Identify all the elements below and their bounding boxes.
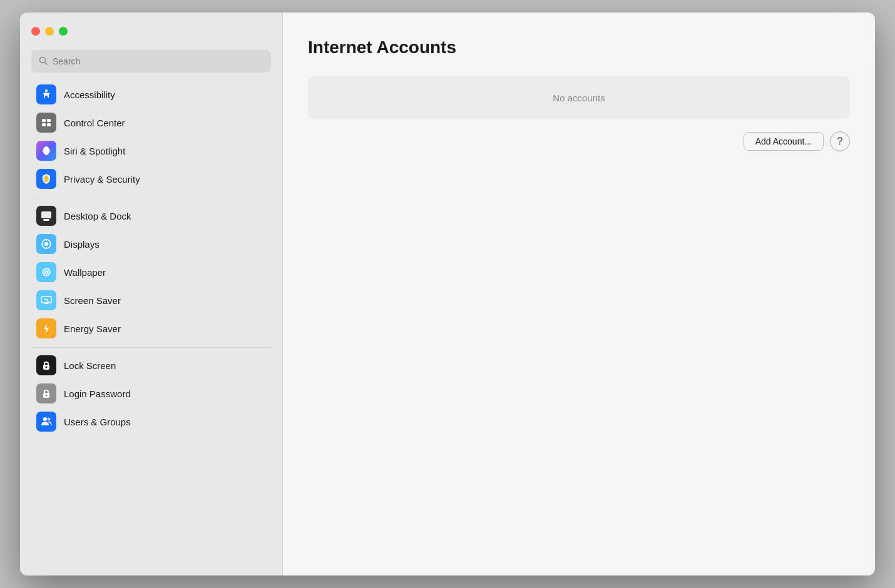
add-account-button[interactable]: Add Account... xyxy=(744,132,824,151)
minimize-button[interactable] xyxy=(45,27,54,36)
search-icon xyxy=(39,56,48,67)
svg-point-33 xyxy=(46,395,48,397)
sidebar-item-lock-screen-label: Lock Screen xyxy=(64,360,116,371)
login-password-icon xyxy=(36,383,56,403)
sidebar-item-wallpaper[interactable]: Wallpaper xyxy=(25,258,277,286)
svg-point-34 xyxy=(43,417,47,421)
svg-rect-6 xyxy=(47,123,51,126)
sidebar-item-desktop-dock-label: Desktop & Dock xyxy=(64,211,131,221)
sidebar-item-users-groups-label: Users & Groups xyxy=(64,417,131,427)
sidebar: Accessibility Control Center xyxy=(20,13,283,575)
no-accounts-box: No accounts xyxy=(308,76,850,119)
sidebar-item-users-groups[interactable]: Users & Groups xyxy=(25,408,277,435)
actions-row: Add Account... ? xyxy=(308,131,850,151)
svg-point-13 xyxy=(44,242,48,246)
sidebar-item-login-password[interactable]: Login Password xyxy=(25,380,277,407)
sidebar-item-control-center-label: Control Center xyxy=(64,118,125,128)
sidebar-item-energy-saver-label: Energy Saver xyxy=(64,323,121,334)
displays-icon xyxy=(36,234,56,254)
svg-text:✋: ✋ xyxy=(43,175,51,183)
svg-rect-10 xyxy=(41,211,51,218)
sidebar-item-siri[interactable]: Siri & Spotlight xyxy=(25,137,277,165)
screen-saver-icon xyxy=(36,290,56,310)
svg-line-27 xyxy=(44,273,46,275)
sidebar-item-login-password-label: Login Password xyxy=(64,388,131,399)
svg-point-19 xyxy=(45,271,48,273)
sidebar-section-2: Desktop & Dock Displays xyxy=(20,202,282,342)
sidebar-item-siri-label: Siri & Spotlight xyxy=(64,146,125,156)
help-button[interactable]: ? xyxy=(830,131,850,151)
sidebar-scroll: Accessibility Control Center xyxy=(20,80,282,575)
divider-2 xyxy=(31,347,271,348)
sidebar-item-displays-label: Displays xyxy=(64,239,100,250)
sidebar-item-accessibility-label: Accessibility xyxy=(64,89,115,100)
control-center-icon xyxy=(36,113,56,133)
energy-saver-icon xyxy=(36,318,56,338)
svg-point-31 xyxy=(46,367,48,368)
svg-point-35 xyxy=(48,418,51,421)
accessibility-icon xyxy=(36,84,56,104)
divider-1 xyxy=(31,198,271,198)
search-input[interactable] xyxy=(53,56,263,66)
sidebar-item-energy-saver[interactable]: Energy Saver xyxy=(25,315,277,342)
sidebar-item-accessibility[interactable]: Accessibility xyxy=(25,81,277,108)
sidebar-item-control-center[interactable]: Control Center xyxy=(25,109,277,136)
privacy-icon: ✋ xyxy=(36,169,56,189)
titlebar xyxy=(20,13,282,50)
maximize-button[interactable] xyxy=(59,27,68,36)
svg-point-8 xyxy=(42,148,51,153)
svg-rect-5 xyxy=(42,123,46,126)
svg-line-26 xyxy=(47,270,49,271)
page-title: Internet Accounts xyxy=(308,38,850,58)
sidebar-item-desktop-dock[interactable]: Desktop & Dock xyxy=(25,202,277,230)
sidebar-item-screen-saver-label: Screen Saver xyxy=(64,295,121,306)
search-bar[interactable] xyxy=(31,50,271,73)
main-window: Accessibility Control Center xyxy=(20,13,875,575)
svg-rect-29 xyxy=(44,303,48,304)
sidebar-item-privacy-label: Privacy & Security xyxy=(64,174,140,185)
sidebar-item-privacy[interactable]: ✋ Privacy & Security xyxy=(25,165,277,193)
svg-rect-11 xyxy=(43,219,49,221)
siri-icon xyxy=(36,141,56,161)
svg-rect-4 xyxy=(47,119,51,122)
svg-point-2 xyxy=(45,89,48,92)
wallpaper-icon xyxy=(36,262,56,282)
svg-rect-3 xyxy=(42,119,46,122)
svg-line-25 xyxy=(47,273,49,275)
users-groups-icon xyxy=(36,412,56,432)
lock-screen-icon xyxy=(36,355,56,375)
sidebar-item-screen-saver[interactable]: Screen Saver xyxy=(25,286,277,314)
sidebar-item-lock-screen[interactable]: Lock Screen xyxy=(25,352,277,379)
svg-line-24 xyxy=(44,270,46,271)
desktop-dock-icon xyxy=(36,206,56,226)
no-accounts-text: No accounts xyxy=(553,93,605,103)
sidebar-item-wallpaper-label: Wallpaper xyxy=(64,267,106,278)
close-button[interactable] xyxy=(31,27,40,36)
sidebar-section-1: Accessibility Control Center xyxy=(20,81,282,193)
main-content: Internet Accounts No accounts Add Accoun… xyxy=(283,13,875,575)
svg-line-1 xyxy=(45,62,48,64)
sidebar-section-3: Lock Screen Login Password xyxy=(20,352,282,435)
sidebar-item-displays[interactable]: Displays xyxy=(25,230,277,258)
